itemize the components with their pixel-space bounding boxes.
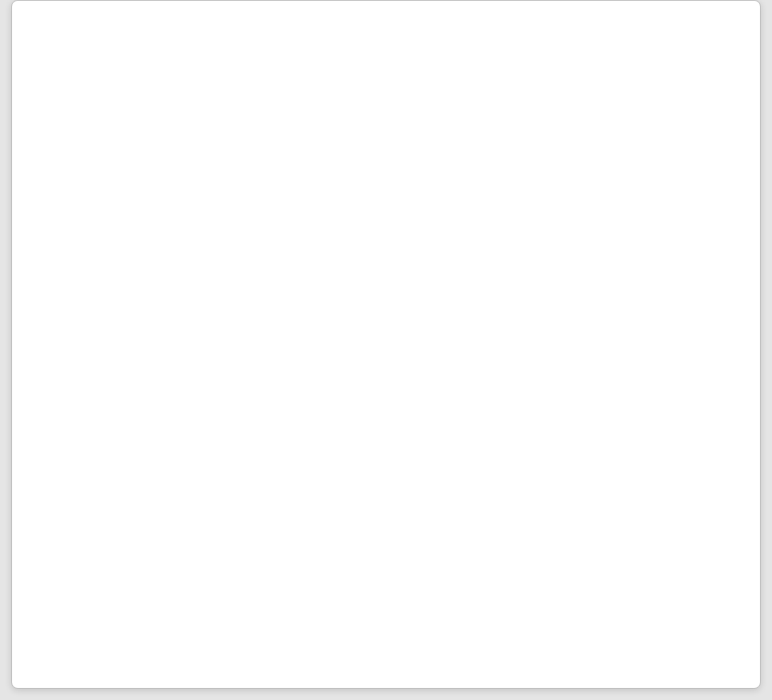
log-output[interactable] bbox=[20, 2, 757, 680]
log-window bbox=[11, 0, 761, 689]
